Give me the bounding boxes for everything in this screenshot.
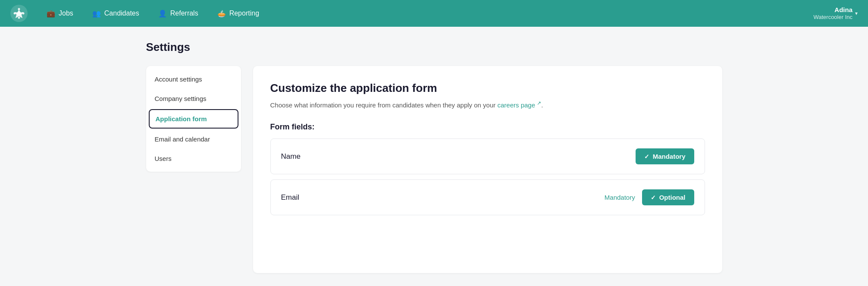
svg-point-4 — [14, 13, 16, 15]
careers-page-link[interactable]: careers page ↗ — [497, 101, 541, 109]
nav-item-candidates-label: Candidates — [104, 9, 139, 17]
nav-item-jobs-label: Jobs — [59, 9, 73, 17]
sidebar: Account settings Company settings Applic… — [146, 66, 241, 172]
top-navigation: 💼 Jobs 👥 Candidates 👤 Referrals 🥧 Report… — [0, 0, 868, 27]
form-field-row-name: Name ✓ Mandatory — [270, 138, 705, 174]
email-optional-button[interactable]: ✓ Optional — [642, 189, 694, 205]
sidebar-item-users[interactable]: Users — [146, 149, 241, 168]
page-title: Settings — [146, 41, 722, 54]
email-mandatory-label: Mandatory — [605, 194, 635, 201]
field-actions-name: ✓ Mandatory — [636, 148, 694, 164]
sidebar-item-company-settings[interactable]: Company settings — [146, 89, 241, 108]
email-mandatory-button[interactable]: Mandatory — [605, 194, 635, 201]
name-mandatory-label: Mandatory — [653, 153, 686, 160]
sidebar-item-account-settings-label: Account settings — [155, 75, 202, 83]
svg-point-3 — [18, 17, 20, 19]
optional-checkmark-icon: ✓ — [651, 194, 656, 201]
sidebar-item-email-and-calendar-label: Email and calendar — [155, 135, 210, 143]
sidebar-item-account-settings[interactable]: Account settings — [146, 69, 241, 89]
sidebar-item-email-and-calendar[interactable]: Email and calendar — [146, 129, 241, 149]
nav-item-candidates[interactable]: 👥 Candidates — [84, 6, 148, 21]
form-field-name-label: Name — [281, 152, 301, 161]
sidebar-item-application-form[interactable]: Application form — [149, 109, 238, 129]
layout: Account settings Company settings Applic… — [146, 66, 722, 273]
form-fields-label: Form fields: — [270, 123, 705, 132]
user-info: Adina Watercooler Inc — [813, 6, 852, 21]
user-menu[interactable]: Adina Watercooler Inc ▾ — [813, 6, 858, 21]
email-optional-label: Optional — [659, 194, 686, 201]
sidebar-item-users-label: Users — [155, 155, 172, 162]
user-company: Watercooler Inc — [813, 14, 852, 21]
form-field-row-email: Email Mandatory ✓ Optional — [270, 179, 705, 215]
subtitle-text-after: . — [541, 101, 543, 109]
jobs-icon: 💼 — [47, 9, 55, 18]
user-menu-chevron-icon: ▾ — [855, 10, 858, 16]
app-logo[interactable] — [10, 5, 28, 22]
content-subtitle: Choose what information you require from… — [270, 100, 705, 109]
user-name: Adina — [813, 6, 852, 14]
nav-item-referrals[interactable]: 👤 Referrals — [150, 6, 207, 21]
nav-items: 💼 Jobs 👥 Candidates 👤 Referrals 🥧 Report… — [38, 6, 810, 21]
svg-point-2 — [18, 8, 20, 10]
content-title: Customize the application form — [270, 82, 705, 95]
checkmark-icon: ✓ — [644, 153, 649, 160]
sidebar-item-company-settings-label: Company settings — [155, 95, 207, 102]
nav-item-referrals-label: Referrals — [170, 9, 198, 17]
svg-point-1 — [17, 11, 21, 16]
nav-item-jobs[interactable]: 💼 Jobs — [38, 6, 82, 21]
nav-item-reporting[interactable]: 🥧 Reporting — [209, 6, 268, 21]
sidebar-item-application-form-label: Application form — [156, 115, 207, 123]
svg-point-5 — [22, 13, 25, 15]
nav-item-reporting-label: Reporting — [229, 9, 259, 17]
external-link-icon: ↗ — [537, 100, 541, 106]
field-actions-email: Mandatory ✓ Optional — [605, 189, 694, 205]
reporting-icon: 🥧 — [217, 9, 226, 18]
main-content: Customize the application form Choose wh… — [253, 66, 722, 273]
careers-link-text: careers page — [497, 101, 535, 109]
form-field-email-label: Email — [281, 193, 300, 202]
referrals-icon: 👤 — [158, 9, 167, 18]
subtitle-text-before: Choose what information you require from… — [270, 101, 498, 109]
candidates-icon: 👥 — [92, 9, 101, 18]
page-container: Settings Account settings Company settin… — [132, 27, 736, 286]
name-mandatory-button[interactable]: ✓ Mandatory — [636, 148, 694, 164]
